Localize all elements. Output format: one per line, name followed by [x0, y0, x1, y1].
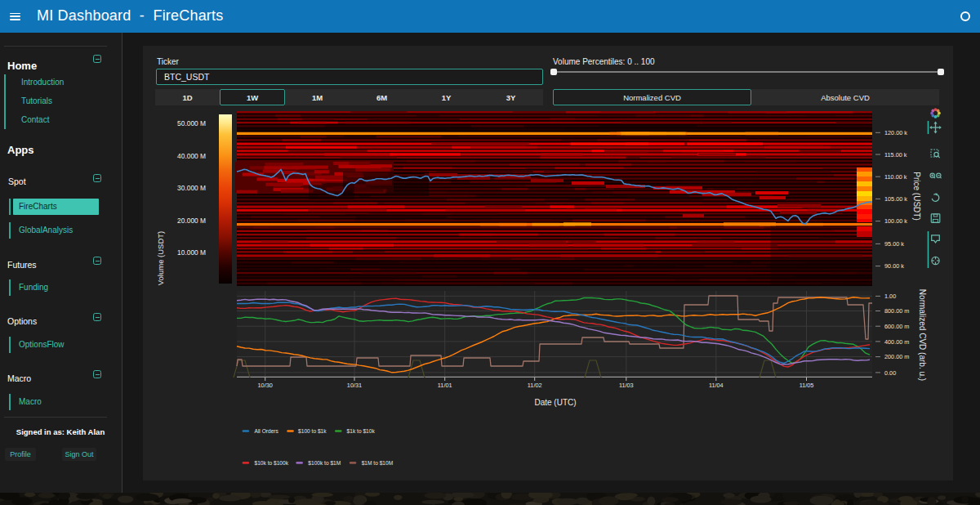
svg-text:800.00 m: 800.00 m	[884, 307, 909, 315]
svg-text:$1k to $10k: $1k to $10k	[347, 428, 376, 434]
svg-text:40.000 M: 40.000 M	[177, 152, 206, 160]
svg-text:95.00 k: 95.00 k	[884, 240, 904, 248]
svg-text:105.00 k: 105.00 k	[884, 195, 907, 203]
svg-text:All Orders: All Orders	[255, 428, 279, 434]
svg-text:90.00 k: 90.00 k	[884, 262, 904, 270]
svg-text:200.00 m: 200.00 m	[884, 353, 909, 360]
svg-text:50.000 M: 50.000 M	[177, 119, 206, 127]
svg-text:$100 to $1k: $100 to $1k	[298, 428, 327, 434]
svg-text:$100k to $1M: $100k to $1M	[308, 460, 341, 466]
svg-text:0.00: 0.00	[884, 369, 896, 377]
svg-text:120.00 k: 120.00 k	[884, 129, 907, 136]
svg-text:400.00 m: 400.00 m	[884, 338, 909, 346]
svg-text:115.00 k: 115.00 k	[884, 151, 907, 159]
svg-text:Price (USDT): Price (USDT)	[912, 172, 921, 220]
svg-text:30.000 M: 30.000 M	[177, 184, 206, 192]
svg-text:11/04: 11/04	[709, 382, 724, 389]
svg-text:600.00 m: 600.00 m	[884, 323, 909, 330]
svg-text:11/05: 11/05	[800, 382, 814, 389]
svg-text:11/01: 11/01	[438, 382, 452, 389]
svg-text:11/02: 11/02	[528, 382, 542, 389]
svg-text:$1M to $10M: $1M to $10M	[362, 460, 393, 466]
svg-text:1.00: 1.00	[884, 293, 896, 300]
svg-text:10.000 M: 10.000 M	[177, 248, 206, 257]
svg-text:10/30: 10/30	[258, 382, 273, 389]
svg-text:10/31: 10/31	[347, 382, 362, 389]
svg-text:Date (UTC): Date (UTC)	[534, 398, 576, 407]
svg-text:20.000 M: 20.000 M	[177, 217, 206, 225]
svg-text:100.00 k: 100.00 k	[884, 217, 907, 225]
svg-text:Volume (USDT): Volume (USDT)	[156, 231, 165, 286]
svg-text:110.00 k: 110.00 k	[884, 173, 907, 181]
svg-text:11/03: 11/03	[619, 382, 634, 389]
svg-text:Normalized CVD (arb. u.): Normalized CVD (arb. u.)	[918, 289, 927, 381]
svg-text:$10k to $100k: $10k to $100k	[255, 460, 289, 466]
